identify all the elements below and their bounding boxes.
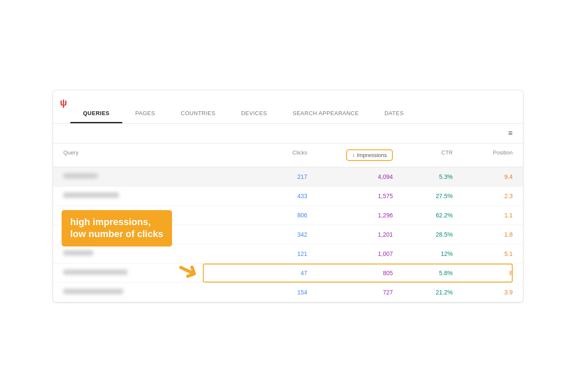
clicks-cell: 47: [247, 270, 307, 276]
query-cell: [63, 193, 247, 199]
position-cell: 2.3: [453, 193, 513, 199]
annotation-box: high impressions, low number of clicks: [62, 210, 172, 246]
impressions-cell: 1,201: [307, 231, 393, 238]
filter-icon[interactable]: ≡: [508, 129, 513, 138]
col-impressions-header[interactable]: ↓ Impressions: [307, 149, 393, 161]
table-row: 433 1,575 27.5% 2.3: [53, 187, 523, 206]
position-cell: 8: [453, 270, 513, 276]
clicks-cell: 217: [247, 173, 307, 180]
filter-bar: ≡: [53, 124, 523, 143]
impressions-cell: 4,094: [307, 173, 393, 180]
col-clicks-header: Clicks: [247, 149, 307, 161]
query-cell: [63, 289, 247, 295]
tab-pages[interactable]: PAGES: [122, 103, 168, 123]
annotation-line1: high impressions,: [70, 217, 151, 227]
position-cell: 1.1: [453, 212, 513, 219]
position-cell: 5.1: [453, 250, 513, 257]
table-row: 47 805 5.8% 8: [53, 264, 523, 283]
annotation-wrapper: high impressions, low number of clicks ➜…: [53, 206, 523, 302]
impressions-sort-box[interactable]: ↓ Impressions: [346, 149, 393, 161]
tab-queries[interactable]: QUERIES: [70, 103, 122, 123]
ctr-cell: 28.5%: [393, 231, 453, 238]
logo-icon: ψ: [60, 97, 67, 108]
table-header: Query Clicks ↓ Impressions CTR Position: [53, 143, 523, 167]
ctr-cell: 5.3%: [393, 173, 453, 180]
impressions-cell: 1,007: [307, 250, 393, 257]
position-cell: 1.8: [453, 231, 513, 238]
ctr-cell: 21.2%: [393, 289, 453, 296]
impressions-label: Impressions: [357, 152, 387, 158]
impressions-cell: 1,575: [307, 193, 393, 199]
query-cell: [63, 250, 247, 257]
ctr-cell: 27.5%: [393, 193, 453, 199]
main-card: ψ QUERIES PAGES COUNTRIES DEVICES SEARCH…: [53, 90, 523, 303]
tab-dates[interactable]: DATES: [371, 103, 416, 123]
query-cell: [63, 173, 247, 180]
ctr-cell: 12%: [393, 250, 453, 257]
impressions-cell: 1,296: [307, 212, 393, 219]
col-query-header: Query: [63, 149, 247, 161]
clicks-cell: 121: [247, 250, 307, 257]
ctr-cell: 5.8%: [393, 270, 453, 276]
annotation-line2: low number of clicks: [70, 229, 163, 239]
table-body: 217 4,094 5.3% 9.4 433 1,575 27.5% 2.3 h…: [53, 167, 523, 302]
clicks-cell: 154: [247, 289, 307, 296]
impressions-cell: 805: [307, 270, 393, 276]
clicks-cell: 342: [247, 231, 307, 238]
tab-devices[interactable]: DEVICES: [228, 103, 280, 123]
table-row: 217 4,094 5.3% 9.4: [53, 167, 523, 187]
table-row: 121 1,007 12% 5.1: [53, 244, 523, 264]
impressions-cell: 727: [307, 289, 393, 296]
sort-down-icon: ↓: [352, 152, 355, 158]
clicks-cell: 806: [247, 212, 307, 219]
tab-search-appearance[interactable]: SEARCH APPEARANCE: [280, 103, 371, 123]
ctr-cell: 62.2%: [393, 212, 453, 219]
tab-countries[interactable]: COUNTRIES: [168, 103, 228, 123]
table-row: 154 727 21.2% 3.9: [53, 283, 523, 302]
query-cell: [63, 270, 247, 276]
col-ctr-header: CTR: [393, 149, 453, 161]
position-cell: 9.4: [453, 173, 513, 180]
clicks-cell: 433: [247, 193, 307, 199]
col-position-header: Position: [453, 149, 513, 161]
tab-bar: QUERIES PAGES COUNTRIES DEVICES SEARCH A…: [53, 90, 523, 124]
position-cell: 3.9: [453, 289, 513, 296]
